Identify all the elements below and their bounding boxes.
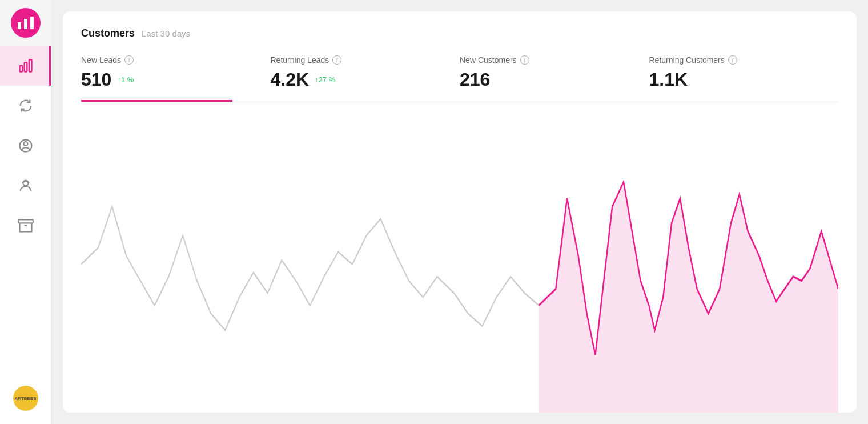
- svg-rect-9: [18, 220, 33, 223]
- sidebar-avatar[interactable]: ARTBEES: [0, 378, 51, 418]
- avatar-circle: ARTBEES: [13, 386, 38, 411]
- svg-rect-2: [30, 17, 34, 29]
- svg-rect-3: [19, 66, 22, 72]
- card-title: Customers: [81, 27, 135, 39]
- chart-area: [81, 116, 838, 413]
- metric-value-new-customers: 216: [460, 69, 490, 90]
- metric-label-returning-customers: Returning Customers i: [649, 55, 825, 65]
- metric-new-customers[interactable]: New Customers i 216: [460, 55, 649, 90]
- sidebar-item-analytics[interactable]: [0, 46, 51, 86]
- metric-new-leads[interactable]: New Leads i 510 ↑1 %: [81, 55, 271, 90]
- svg-rect-0: [18, 22, 21, 29]
- metric-label-new-leads: New Leads i: [81, 55, 257, 65]
- svg-rect-1: [24, 19, 27, 29]
- metric-value-new-leads: 510: [81, 69, 111, 90]
- metric-label-new-customers: New Customers i: [460, 55, 636, 65]
- metric-value-returning-customers: 1.1K: [649, 69, 688, 90]
- box-icon: [18, 218, 34, 234]
- card-header: Customers Last 30 days: [81, 27, 838, 39]
- logo-circle[interactable]: [11, 8, 41, 38]
- chart-svg: [81, 116, 838, 413]
- metric-returning-customers[interactable]: Returning Customers i 1.1K: [649, 55, 839, 90]
- metric-label-returning-leads: Returning Leads i: [271, 55, 447, 65]
- contact-icon: [18, 178, 34, 194]
- metrics-row: New Leads i 510 ↑1 % Returning Leads i 4…: [81, 55, 838, 102]
- avatar-text: ARTBEES: [14, 396, 36, 401]
- sidebar-item-refresh[interactable]: [0, 86, 51, 126]
- metric-change-returning-leads: ↑27 %: [315, 75, 335, 84]
- sidebar-item-contacts[interactable]: [0, 166, 51, 206]
- sidebar-nav: [0, 46, 51, 378]
- sidebar-item-users[interactable]: [0, 126, 51, 166]
- refresh-icon: [18, 98, 34, 114]
- sidebar-item-products[interactable]: [0, 206, 51, 246]
- card-subtitle: Last 30 days: [142, 29, 190, 38]
- gray-line: [81, 207, 539, 330]
- metric-returning-leads[interactable]: Returning Leads i 4.2K ↑27 %: [271, 55, 460, 90]
- analytics-icon: [18, 58, 34, 74]
- info-icon-new-customers[interactable]: i: [520, 55, 529, 65]
- svg-rect-5: [29, 60, 31, 72]
- user-circle-icon: [18, 138, 34, 154]
- sidebar-logo: [0, 0, 51, 46]
- metric-change-new-leads: ↑1 %: [117, 75, 134, 84]
- svg-point-7: [23, 142, 27, 146]
- dashboard-card: Customers Last 30 days New Leads i 510 ↑…: [63, 11, 857, 413]
- main-content: Customers Last 30 days New Leads i 510 ↑…: [51, 0, 868, 424]
- info-icon-new-leads[interactable]: i: [124, 55, 134, 65]
- sidebar: ARTBEES: [0, 0, 51, 424]
- svg-rect-4: [24, 62, 27, 71]
- logo-icon: [18, 17, 34, 29]
- info-icon-returning-customers[interactable]: i: [728, 55, 737, 65]
- metric-value-returning-leads: 4.2K: [271, 69, 310, 90]
- info-icon-returning-leads[interactable]: i: [332, 55, 341, 65]
